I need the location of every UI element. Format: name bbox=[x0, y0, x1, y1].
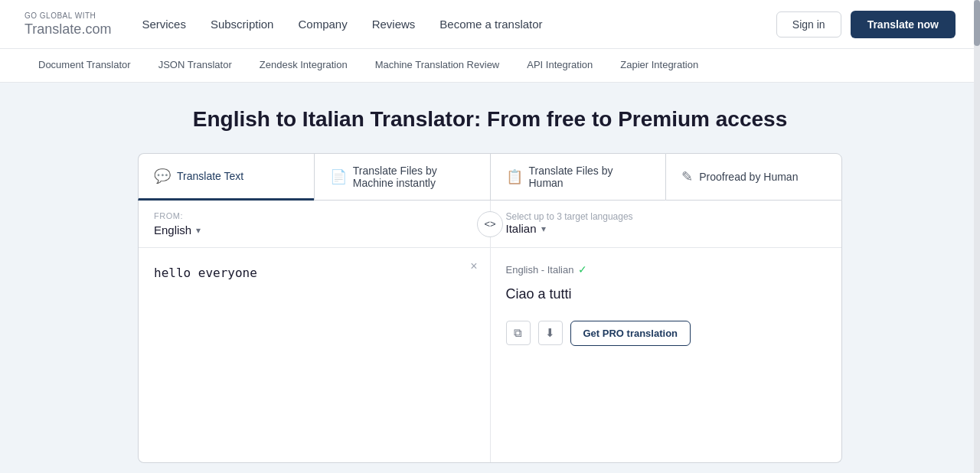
to-label-row: Select up to 3 target languages bbox=[506, 211, 827, 222]
to-language-value: Italian bbox=[506, 222, 537, 235]
tab-translate-machine[interactable]: 📄 Translate Files by Machine instantly bbox=[314, 153, 490, 201]
subnav-document-translator[interactable]: Document Translator bbox=[24, 49, 145, 83]
subnav-api-integration[interactable]: API Integration bbox=[513, 49, 606, 83]
copy-icon: ⧉ bbox=[514, 326, 522, 340]
output-actions: ⧉ ⬇ Get PRO translation bbox=[506, 321, 827, 346]
translate-text-icon: 💬 bbox=[154, 168, 171, 184]
tab-proofread-label: Proofread by Human bbox=[699, 171, 798, 183]
header: GO GLOBAL WITH Translate.com Services Su… bbox=[0, 0, 980, 49]
scrollbar[interactable] bbox=[974, 0, 980, 473]
scrollbar-thumb[interactable] bbox=[974, 0, 980, 46]
language-selectors: From: English ▾ <> Select up to 3 target… bbox=[139, 201, 841, 248]
to-language-arrow: ▾ bbox=[541, 223, 546, 234]
download-icon: ⬇ bbox=[545, 326, 555, 340]
tab-translate-human-label: Translate Files by Human bbox=[529, 165, 651, 189]
logo-main: Translate.com bbox=[24, 20, 111, 37]
translated-text: Ciao a tutti bbox=[506, 283, 827, 305]
translation-badge-text: English - Italian bbox=[506, 264, 574, 276]
tab-translate-text[interactable]: 💬 Translate Text bbox=[138, 153, 314, 201]
signin-button[interactable]: Sign in bbox=[776, 11, 841, 38]
copy-button[interactable]: ⧉ bbox=[506, 321, 531, 345]
translation-container: From: English ▾ <> Select up to 3 target… bbox=[138, 201, 842, 463]
main-nav: Services Subscription Company Reviews Be… bbox=[142, 18, 776, 31]
check-icon: ✓ bbox=[578, 263, 587, 276]
swap-icon: <> bbox=[484, 218, 495, 230]
download-button[interactable]: ⬇ bbox=[538, 321, 563, 345]
main-content: English to Italian Translator: From free… bbox=[107, 83, 873, 473]
from-label: From: bbox=[154, 211, 475, 220]
swap-button[interactable]: <> bbox=[477, 211, 503, 237]
text-areas: × English - Italian ✓ Ciao a tutti ⧉ ⬇ G… bbox=[139, 248, 841, 462]
input-area: × bbox=[139, 248, 491, 462]
proofread-icon: ✎ bbox=[681, 168, 693, 185]
to-hint: Select up to 3 target languages bbox=[506, 211, 633, 222]
page-title: English to Italian Translator: From free… bbox=[138, 107, 842, 132]
sub-nav: Document Translator JSON Translator Zend… bbox=[0, 49, 980, 83]
subnav-zendesk-integration[interactable]: Zendesk Integration bbox=[246, 49, 361, 83]
get-pro-button[interactable]: Get PRO translation bbox=[570, 321, 691, 346]
to-language-select[interactable]: Italian ▾ bbox=[506, 222, 827, 235]
translate-now-button[interactable]: Translate now bbox=[851, 11, 956, 38]
from-language-value: English bbox=[154, 223, 191, 236]
subnav-machine-translation-review[interactable]: Machine Translation Review bbox=[361, 49, 514, 83]
logo: GO GLOBAL WITH Translate.com bbox=[24, 12, 111, 37]
nav-services[interactable]: Services bbox=[142, 18, 186, 31]
from-section: From: English ▾ bbox=[139, 201, 491, 247]
tab-translate-machine-label: Translate Files by Machine instantly bbox=[353, 165, 475, 189]
tab-translate-human[interactable]: 📋 Translate Files by Human bbox=[490, 153, 666, 201]
nav-subscription[interactable]: Subscription bbox=[211, 18, 274, 31]
from-language-arrow: ▾ bbox=[196, 225, 201, 236]
from-language-select[interactable]: English ▾ bbox=[154, 223, 475, 236]
input-textarea[interactable] bbox=[154, 263, 475, 416]
tab-proofread[interactable]: ✎ Proofread by Human bbox=[665, 153, 842, 201]
clear-button[interactable]: × bbox=[470, 260, 477, 272]
subnav-zapier-integration[interactable]: Zapier Integration bbox=[606, 49, 712, 83]
translate-machine-icon: 📄 bbox=[330, 168, 347, 185]
translate-human-icon: 📋 bbox=[506, 168, 523, 185]
output-area: English - Italian ✓ Ciao a tutti ⧉ ⬇ Get… bbox=[491, 248, 842, 462]
nav-become-translator[interactable]: Become a translator bbox=[439, 18, 542, 31]
translation-badge: English - Italian ✓ bbox=[506, 263, 827, 276]
to-section: Select up to 3 target languages Italian … bbox=[491, 201, 842, 247]
tab-translate-text-label: Translate Text bbox=[177, 170, 243, 182]
subnav-json-translator[interactable]: JSON Translator bbox=[145, 49, 246, 83]
nav-reviews[interactable]: Reviews bbox=[372, 18, 416, 31]
logo-top-text: GO GLOBAL WITH bbox=[24, 12, 111, 20]
header-actions: Sign in Translate now bbox=[776, 11, 956, 38]
nav-company[interactable]: Company bbox=[298, 18, 347, 31]
tab-bar: 💬 Translate Text 📄 Translate Files by Ma… bbox=[138, 153, 842, 201]
